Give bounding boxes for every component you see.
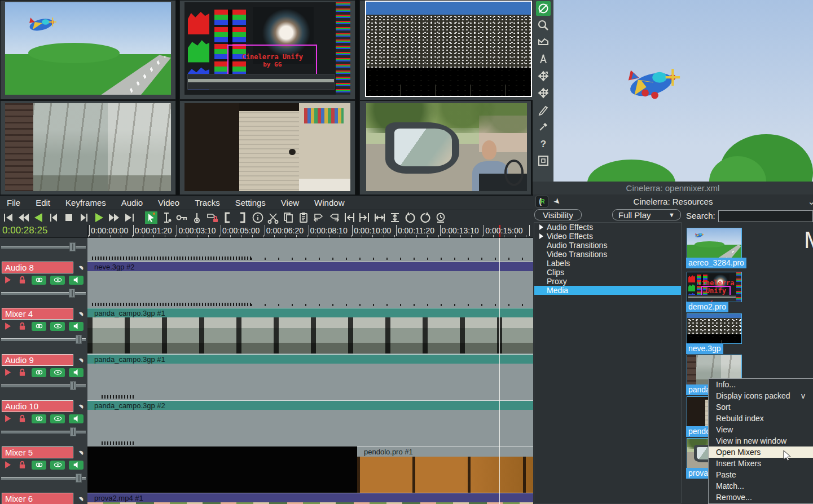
timeline-canvas[interactable]: neve.3gp #2panda_campo.3gp #1panda_campo… bbox=[87, 238, 533, 504]
frame-reverse-button[interactable] bbox=[47, 211, 60, 224]
play-icon[interactable] bbox=[3, 321, 14, 331]
mixer-viewport-demo2[interactable]: Cinelerra Unifyby GG bbox=[184, 2, 350, 95]
draw-icon[interactable] bbox=[50, 276, 65, 285]
redo-button[interactable] bbox=[419, 211, 432, 224]
keyframe-span-button[interactable] bbox=[190, 211, 204, 224]
track-title-4[interactable]: Audio 10 bbox=[2, 400, 73, 412]
media-label-aereo[interactable]: aereo_3284.pro bbox=[686, 258, 746, 268]
mute-icon[interactable] bbox=[69, 368, 84, 377]
paste-button[interactable] bbox=[297, 211, 310, 224]
category-proxy[interactable]: Proxy bbox=[534, 277, 681, 286]
gang-icon[interactable] bbox=[32, 368, 46, 377]
category-labels[interactable]: Labels bbox=[534, 259, 681, 268]
menu-view[interactable]: View bbox=[281, 198, 299, 207]
menu-item-insert-mixers[interactable]: Insert Mixers bbox=[709, 458, 813, 469]
media-label-neve[interactable]: neve.3gp bbox=[686, 343, 723, 354]
menu-settings[interactable]: Settings bbox=[235, 198, 266, 207]
compositor-titlebar[interactable]: Cinelerra: openmixer.xml bbox=[533, 182, 813, 194]
track-expand-icon[interactable]: ◑ bbox=[71, 397, 87, 415]
mask-icon[interactable] bbox=[536, 35, 551, 50]
copy-button[interactable] bbox=[282, 211, 295, 224]
menu-edit[interactable]: Edit bbox=[36, 198, 50, 207]
crop-icon[interactable] bbox=[536, 103, 551, 117]
track-fader[interactable] bbox=[1, 335, 86, 344]
fader-handle[interactable] bbox=[76, 335, 82, 344]
projector-move-icon[interactable] bbox=[536, 86, 551, 100]
fast-forward-button[interactable] bbox=[108, 211, 121, 224]
menu-item-open-mixers[interactable]: Open Mixers bbox=[709, 446, 813, 458]
clip-bar[interactable]: panda_campo.3gp #2 bbox=[87, 400, 533, 410]
track-expand-icon[interactable]: ◑ bbox=[71, 444, 87, 461]
play-button[interactable] bbox=[93, 211, 106, 224]
play-icon[interactable] bbox=[3, 275, 14, 285]
clip-label-strip[interactable]: pendolo.pro #1 bbox=[357, 446, 533, 457]
menu-audio[interactable]: Audio bbox=[121, 198, 143, 207]
draw-icon[interactable] bbox=[50, 368, 65, 377]
clip-bar[interactable]: panda_campo.3gp #1 bbox=[87, 308, 533, 317]
visibility-button[interactable]: Visibility bbox=[534, 209, 582, 220]
mute-icon[interactable] bbox=[69, 322, 84, 331]
mute-icon[interactable] bbox=[69, 276, 84, 285]
prev-edit-button[interactable] bbox=[342, 211, 356, 224]
ruler-icon[interactable] bbox=[536, 52, 551, 67]
draw-icon[interactable] bbox=[50, 322, 65, 331]
mute-icon[interactable] bbox=[69, 461, 84, 470]
next-label-button[interactable] bbox=[327, 211, 341, 224]
media-thumb-neve[interactable] bbox=[687, 314, 741, 343]
play-mode-dropdown[interactable]: Full Play ▼ bbox=[612, 209, 681, 220]
menu-item-display-icons-packed[interactable]: Display icons packedv bbox=[709, 390, 813, 401]
safe-regions-icon[interactable] bbox=[536, 153, 551, 168]
menu-keyframes[interactable]: Keyframes bbox=[65, 198, 106, 207]
menu-video[interactable]: Video bbox=[158, 198, 179, 207]
draw-icon[interactable] bbox=[50, 414, 65, 423]
gang-icon[interactable] bbox=[32, 461, 46, 470]
track-expand-icon[interactable]: ◑ bbox=[71, 305, 87, 322]
cut-button[interactable] bbox=[266, 211, 280, 224]
draw-icon[interactable] bbox=[50, 461, 65, 470]
play-icon[interactable] bbox=[3, 460, 14, 470]
clip-bar[interactable]: prova2.mp4 #1 bbox=[87, 493, 533, 502]
category-video-effects[interactable]: Video Effects bbox=[534, 232, 681, 241]
next-edit-button[interactable] bbox=[358, 211, 371, 224]
track-fader[interactable] bbox=[1, 427, 86, 436]
lock-icon[interactable] bbox=[17, 321, 28, 331]
gang-icon[interactable] bbox=[32, 276, 46, 285]
manual-goto-button[interactable] bbox=[434, 211, 447, 224]
goto-start-button[interactable] bbox=[1, 211, 15, 224]
track-title-2[interactable]: Mixer 4 bbox=[2, 308, 73, 320]
mixer-viewport-neve[interactable] bbox=[366, 2, 531, 96]
reverse-play-button[interactable] bbox=[32, 211, 45, 224]
stop-button[interactable] bbox=[62, 211, 76, 224]
menu-item-view[interactable]: View bbox=[709, 424, 813, 435]
mixer-viewport-pendolo[interactable] bbox=[184, 103, 350, 191]
frame-forward-button[interactable] bbox=[77, 211, 91, 224]
track-title-1[interactable]: Audio 8 bbox=[2, 262, 73, 273]
expand-arrow-icon[interactable] bbox=[539, 233, 543, 239]
mixer-viewport-prova2[interactable] bbox=[366, 103, 527, 191]
clip-bar[interactable]: panda_campo.3gp #1 bbox=[87, 354, 533, 364]
chevron-down-icon[interactable]: ⌄ bbox=[808, 196, 813, 207]
mixer-viewport-panda[interactable] bbox=[5, 103, 171, 191]
category-media[interactable]: Media bbox=[534, 286, 681, 295]
camera-move-icon[interactable] bbox=[536, 69, 551, 83]
lock-icon[interactable] bbox=[17, 414, 28, 423]
category-audio-effects[interactable]: Audio Effects bbox=[534, 223, 681, 232]
menu-tracks[interactable]: Tracks bbox=[195, 198, 219, 207]
undo-button[interactable] bbox=[403, 211, 417, 224]
lock-icon[interactable] bbox=[17, 460, 28, 470]
track-fader[interactable] bbox=[1, 474, 86, 483]
menu-item-match-[interactable]: Match... bbox=[709, 480, 813, 492]
fit-autos-button[interactable] bbox=[388, 211, 402, 224]
expand-arrow-icon[interactable] bbox=[539, 224, 543, 230]
magnify-icon[interactable] bbox=[536, 18, 551, 33]
fit-selection-button[interactable] bbox=[373, 211, 386, 224]
protect-video-icon[interactable] bbox=[536, 1, 551, 16]
fader-handle[interactable] bbox=[70, 381, 76, 390]
arrow-mode-button[interactable] bbox=[144, 211, 158, 224]
compositor-video-canvas[interactable] bbox=[553, 0, 813, 182]
gang-icon[interactable] bbox=[32, 414, 46, 423]
menu-item-info-[interactable]: Info... bbox=[709, 379, 813, 390]
play-icon[interactable] bbox=[3, 368, 14, 377]
category-video-transitions[interactable]: Video Transitions bbox=[534, 250, 681, 259]
fader-handle[interactable] bbox=[76, 474, 82, 483]
